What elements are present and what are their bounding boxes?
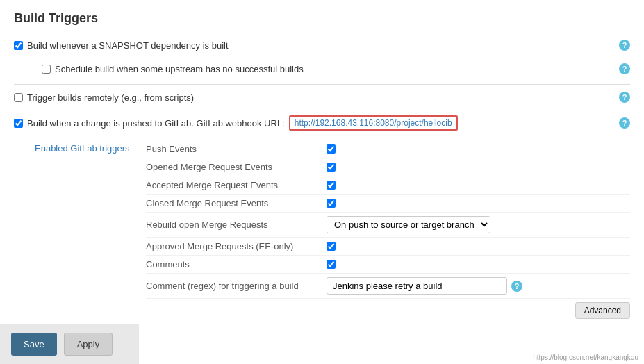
accepted-mr-control — [327, 181, 336, 190]
approved-mr-label: Approved Merge Requests (EE-only) — [146, 241, 327, 251]
remote-checkbox[interactable] — [14, 93, 23, 102]
rebuild-mr-control: Never On push to source or target branch… — [327, 216, 490, 233]
remote-row: Trigger builds remotely (e.g., from scri… — [14, 89, 630, 106]
snapshot-row: Build whenever a SNAPSHOT dependency is … — [14, 37, 630, 53]
comments-label: Comments — [146, 259, 327, 270]
opened-mr-checkbox[interactable] — [327, 163, 336, 172]
bottom-bar: Save Apply — [0, 324, 139, 364]
trigger-row-approved: Approved Merge Requests (EE-only) — [146, 238, 630, 256]
schedule-checkbox[interactable] — [42, 65, 51, 74]
accepted-mr-checkbox[interactable] — [327, 181, 336, 190]
page-title: Build Triggers — [14, 11, 630, 26]
remote-text: Trigger builds remotely (e.g., from scri… — [27, 92, 194, 103]
trigger-row-comments: Comments — [146, 256, 630, 274]
comment-regex-label: Comment (regex) for triggering a build — [146, 281, 327, 291]
trigger-row-closed: Closed Merge Request Events — [146, 195, 630, 213]
approved-mr-checkbox[interactable] — [327, 242, 336, 251]
closed-mr-label: Closed Merge Request Events — [146, 198, 327, 208]
enabled-gitlab-label: Enabled GitLab triggers — [35, 140, 146, 322]
triggers-table: Push Events Opened Merge Request Events … — [146, 140, 630, 322]
trigger-row-rebuild: Rebuild open Merge Requests Never On pus… — [146, 213, 630, 238]
opened-mr-control — [327, 163, 336, 172]
trigger-row-comment-regex: Comment (regex) for triggering a build ? — [146, 274, 630, 299]
webhook-url: http://192.168.43.116:8080/project/hello… — [289, 115, 458, 131]
schedule-row: Schedule build when some upstream has no… — [14, 60, 630, 77]
gitlab-help-icon[interactable]: ? — [619, 117, 630, 129]
snapshot-text: Build whenever a SNAPSHOT dependency is … — [27, 40, 229, 51]
snapshot-label[interactable]: Build whenever a SNAPSHOT dependency is … — [14, 40, 229, 51]
advanced-button[interactable]: Advanced — [575, 302, 630, 319]
comments-checkbox[interactable] — [327, 260, 336, 269]
snapshot-help-icon[interactable]: ? — [619, 40, 630, 51]
apply-button[interactable]: Apply — [64, 333, 113, 356]
comment-regex-input[interactable] — [327, 277, 507, 295]
remote-label[interactable]: Trigger builds remotely (e.g., from scri… — [14, 92, 194, 103]
content-area: Build Triggers Build whenever a SNAPSHOT… — [0, 0, 644, 333]
comments-control — [327, 260, 336, 269]
push-events-control — [327, 144, 336, 154]
snapshot-checkbox[interactable] — [14, 41, 23, 50]
closed-mr-checkbox[interactable] — [327, 199, 336, 208]
comment-regex-help-icon[interactable]: ? — [511, 281, 522, 292]
enabled-gitlab-section: Enabled GitLab triggers Push Events Open… — [35, 140, 630, 322]
gitlab-row: Build when a change is pushed to GitLab.… — [14, 113, 630, 133]
push-events-checkbox[interactable] — [327, 144, 336, 154]
remote-help-icon[interactable]: ? — [619, 92, 630, 103]
trigger-row-opened: Opened Merge Request Events — [146, 158, 630, 176]
rebuild-mr-select[interactable]: Never On push to source or target branch… — [327, 216, 490, 233]
schedule-help-icon[interactable]: ? — [619, 63, 630, 74]
gitlab-text: Build when a change is pushed to GitLab.… — [27, 118, 285, 129]
schedule-text: Schedule build when some upstream has no… — [55, 64, 304, 74]
trigger-row-accepted: Accepted Merge Request Events — [146, 176, 630, 195]
trigger-row-push: Push Events — [146, 140, 630, 158]
approved-mr-control — [327, 242, 336, 251]
save-button[interactable]: Save — [11, 333, 57, 356]
schedule-label[interactable]: Schedule build when some upstream has no… — [42, 64, 304, 74]
gitlab-checkbox[interactable] — [14, 119, 23, 128]
opened-mr-label: Opened Merge Request Events — [146, 162, 327, 172]
page-container: Build Triggers Build whenever a SNAPSHOT… — [0, 0, 644, 364]
watermark: https://blog.csdn.net/kangkangkou — [533, 354, 638, 361]
push-events-label: Push Events — [146, 144, 327, 154]
accepted-mr-label: Accepted Merge Request Events — [146, 180, 327, 190]
closed-mr-control — [327, 199, 336, 208]
rebuild-mr-label: Rebuild open Merge Requests — [146, 220, 327, 230]
gitlab-inner: Build when a change is pushed to GitLab.… — [14, 115, 458, 131]
comment-regex-control: ? — [327, 277, 522, 295]
advanced-row: Advanced — [146, 299, 630, 322]
